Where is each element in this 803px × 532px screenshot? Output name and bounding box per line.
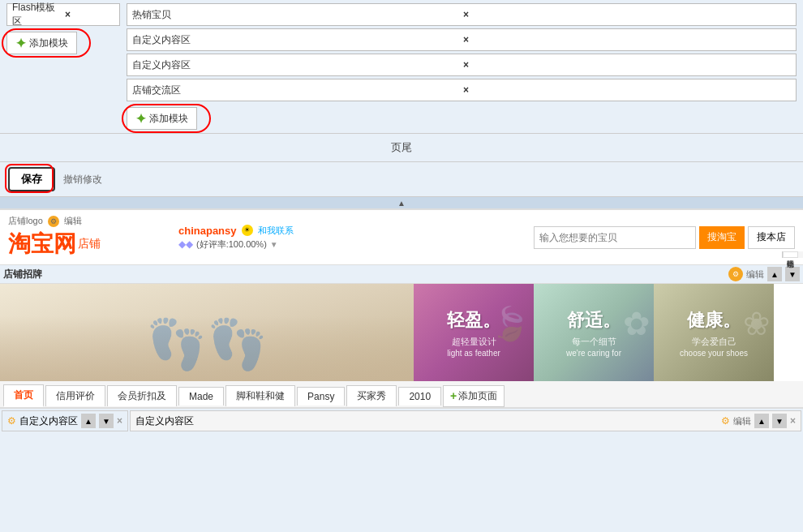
taobao-logo-img: 淘宝网 [8, 229, 76, 260]
right-module-3: 店铺交流区× [127, 79, 797, 101]
bm-left-up[interactable]: ▲ [81, 414, 96, 428]
banner-section-bar: 店铺招牌 ⚙ 编辑 ▲ ▼ [0, 265, 803, 284]
nav-tab-2[interactable]: 会员折扣及 [107, 385, 177, 406]
right-add-module-label: 添加模块 [149, 112, 188, 126]
right-module-2: 自定义内容区× [127, 54, 797, 76]
nav-tab-6[interactable]: 买家秀 [346, 385, 397, 406]
nav-tab-1[interactable]: 信用评价 [45, 385, 105, 406]
save-button[interactable]: 保存 [8, 167, 55, 191]
right-module-label-1: 自定义内容区 [132, 33, 460, 47]
bottom-module-right-label: 自定义内容区 [135, 414, 194, 428]
seller-name: chinapansy [178, 225, 237, 237]
logo-section: 店铺logo ⚙ 编辑 淘宝网 店铺 [8, 215, 170, 260]
page-footer: 页尾 [0, 133, 803, 161]
plus-icon-right: ✦ [135, 111, 146, 127]
bottom-module-left-label: 自定义内容区 [19, 414, 78, 428]
search-button[interactable]: 搜淘宝 [699, 226, 745, 249]
banner-section-label: 店铺招牌 [3, 268, 728, 281]
bm-right-up[interactable]: ▲ [754, 414, 769, 428]
left-module-close-btn[interactable]: × [65, 9, 114, 20]
store-label: 店铺 [78, 237, 101, 251]
rating-text: (好评率:100.00%) [196, 238, 267, 251]
dropdown-arrow-icon[interactable]: ▼ [270, 240, 278, 249]
right-module-close-2[interactable]: × [463, 59, 791, 71]
right-module-1: 自定义内容区× [127, 28, 797, 51]
add-page-label: 添加页面 [458, 389, 497, 403]
left-add-module-label: 添加模块 [29, 36, 68, 50]
banner-card-health: ❀ 健康。 学会爱自己choose your shoes [654, 284, 774, 381]
nav-tab-4[interactable]: 脚和鞋和健 [225, 385, 295, 406]
bottom-module-left: ⚙ 自定义内容区 ▲ ▼ × [2, 410, 128, 431]
collapse-bar[interactable]: ▲ [0, 197, 803, 208]
banner-card-light: 🍃 轻盈。 超轻量设计light as feather [414, 284, 534, 381]
right-module-label-2: 自定义内容区 [132, 58, 460, 72]
collapse-icon: ▲ [397, 199, 406, 208]
store-header: 店铺logo ⚙ 编辑 淘宝网 店铺 chinapansy ☀ 和我联系 ◆◆ … [0, 210, 803, 265]
bm-left-close[interactable]: × [117, 415, 122, 427]
right-module-close-1[interactable]: × [463, 34, 791, 45]
banner-section-actions: ⚙ 编辑 ▲ ▼ [728, 267, 800, 281]
contact-icon: ☀ [242, 225, 253, 236]
bm-right-down[interactable]: ▼ [772, 414, 787, 428]
add-page-button[interactable]: +添加页面 [443, 385, 505, 407]
store-info: chinapansy ☀ 和我联系 ◆◆ (好评率:100.00%) ▼ [178, 225, 526, 251]
banner-card-comfort: ✿ 舒适。 每一个细节we're caring for [534, 284, 654, 381]
bm-left-down[interactable]: ▼ [99, 414, 114, 428]
right-module-close-0[interactable]: × [463, 9, 791, 20]
banner-photo: 👣👣 [0, 284, 414, 381]
cancel-link[interactable]: 撤销修改 [63, 173, 102, 187]
banner-gear-icon[interactable]: ⚙ [728, 267, 743, 281]
nav-tab-3[interactable]: Made [178, 387, 224, 405]
taobao-logo: 淘宝网 店铺 [8, 229, 170, 260]
logo-label: 店铺logo [8, 215, 43, 227]
diamond-icons: ◆◆ [178, 238, 193, 250]
search-section: 搜淘宝 搜本店 [534, 226, 795, 249]
banner-down-btn[interactable]: ▼ [785, 267, 800, 281]
gear-icon-bm-left: ⚙ [7, 415, 16, 427]
plus-icon-left: ✦ [15, 36, 26, 51]
gear-icon-bm-right: ⚙ [721, 415, 730, 427]
card2-big-text: 舒适。 [567, 310, 620, 330]
bm-right-close[interactable]: × [790, 415, 796, 427]
preview-area: 店铺logo ⚙ 编辑 淘宝网 店铺 chinapansy ☀ 和我联系 ◆◆ … [0, 208, 803, 433]
plus-icon-nav: + [450, 389, 457, 402]
right-module-close-3[interactable]: × [463, 84, 791, 96]
nav-tab-0[interactable]: 首页 [3, 384, 44, 407]
gear-icon: ⚙ [48, 216, 59, 227]
left-add-module-button[interactable]: ✦ 添加模块 [6, 32, 77, 54]
nav-tab-7[interactable]: 2010 [398, 387, 441, 405]
right-add-module-button[interactable]: ✦ 添加模块 [127, 107, 197, 130]
page-footer-label: 页尾 [391, 141, 412, 153]
logo-edit-link[interactable]: 编辑 [64, 215, 82, 227]
banner-edit-link[interactable]: 编辑 [746, 268, 764, 281]
banner-up-btn[interactable]: ▲ [767, 267, 782, 281]
bottom-module-right: 自定义内容区 ⚙ 编辑 ▲ ▼ × [130, 410, 801, 431]
wangpu-dynamic-btn[interactable]: 旺铺动态 [783, 251, 798, 258]
banner-image: 👣👣 🍃 轻盈。 超轻量设计light as feather ✿ 舒适。 每一个… [0, 284, 803, 381]
right-modules-container: 热销宝贝×自定义内容区×自定义内容区×店铺交流区× [127, 3, 797, 101]
right-module-label-0: 热销宝贝 [132, 8, 460, 22]
nav-tab-5[interactable]: Pansy [297, 387, 345, 405]
right-module-label-3: 店铺交流区 [132, 84, 460, 97]
search-input[interactable] [534, 226, 696, 249]
right-module-0: 热销宝贝× [127, 3, 797, 26]
card3-big-text: 健康。 [687, 310, 741, 330]
contact-link[interactable]: 和我联系 [258, 225, 294, 237]
action-bar: 保存 撤销修改 [0, 161, 803, 196]
nav-tabs: 首页信用评价会员折扣及Made脚和鞋和健Pansy买家秀2010+添加页面 [0, 381, 803, 408]
this-store-button[interactable]: 搜本店 [748, 226, 795, 249]
right-side-panel: 旺铺动态 [782, 251, 803, 258]
bm-right-edit[interactable]: 编辑 [733, 415, 751, 427]
bottom-modules: ⚙ 自定义内容区 ▲ ▼ × 自定义内容区 ⚙ 编辑 ▲ ▼ × [0, 408, 803, 433]
left-module-flash-label: Flash模板区 [12, 1, 62, 28]
left-module-flash: Flash模板区 × [6, 3, 120, 26]
